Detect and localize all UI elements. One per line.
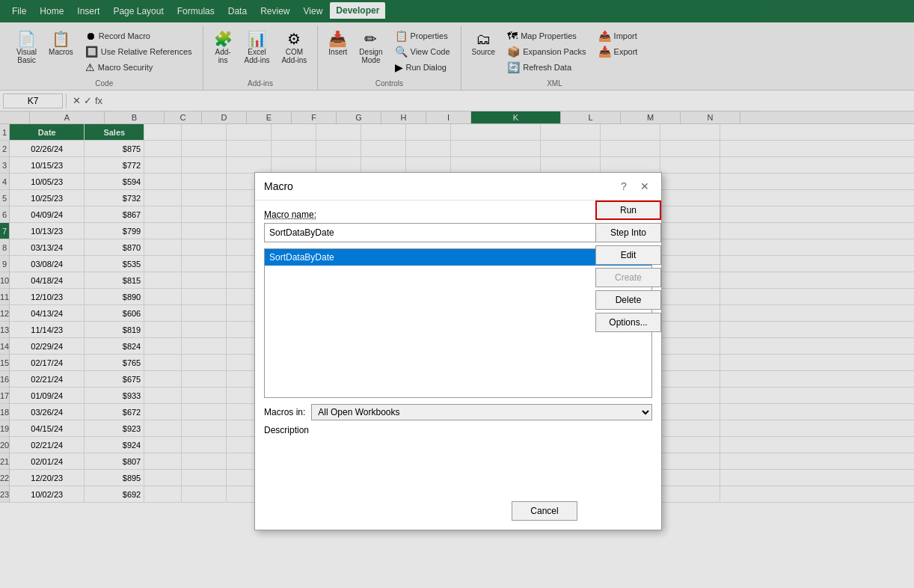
run-button[interactable]: Run — [595, 200, 661, 220]
macros-in-label: Macros in: — [264, 407, 305, 417]
macro-name-label: Macro name: — [264, 209, 652, 220]
dialog-body: Macro name: ⬆ SortDataByDate Run Step In… — [255, 200, 661, 530]
description-area — [264, 438, 652, 498]
macro-list[interactable]: SortDataByDate — [264, 248, 652, 398]
dialog-title-bar: Macro ? ✕ — [255, 173, 661, 200]
dialog-help-button[interactable]: ? — [616, 179, 631, 194]
dialog-close-button[interactable]: ✕ — [637, 179, 652, 194]
macro-dialog: Macro ? ✕ Macro name: ⬆ SortDataByDate R… — [254, 172, 662, 530]
delete-button[interactable]: Delete — [595, 290, 661, 310]
dialog-title-text: Macro — [264, 180, 293, 192]
dialog-action-buttons: Run Step Into Edit Create Delete Options… — [595, 200, 661, 332]
create-button[interactable]: Create — [595, 268, 661, 287]
macro-name-input[interactable] — [264, 223, 628, 242]
edit-button[interactable]: Edit — [595, 245, 661, 265]
macro-list-item[interactable]: SortDataByDate — [265, 249, 651, 266]
options-button[interactable]: Options... — [595, 313, 661, 332]
cancel-button[interactable]: Cancel — [512, 501, 577, 521]
cancel-row: Cancel — [264, 498, 577, 521]
step-into-button[interactable]: Step Into — [595, 223, 661, 242]
macros-in-row: Macros in: All Open Workbooks — [264, 404, 652, 420]
macros-in-select[interactable]: All Open Workbooks — [311, 404, 652, 420]
dialog-title-controls: ? ✕ — [616, 179, 652, 194]
description-label: Description — [264, 425, 652, 435]
macro-name-row: ⬆ — [264, 223, 652, 242]
